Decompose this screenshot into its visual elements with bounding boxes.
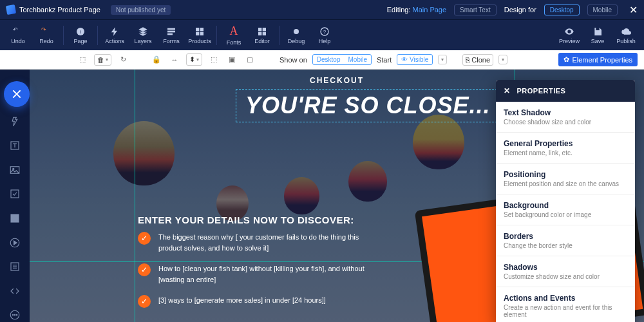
design-desktop-button[interactable]: Desktop — [544, 5, 580, 15]
editing-label: Editing: — [387, 6, 411, 14]
bullet-item[interactable]: ✓The biggest reason why [ your customer … — [138, 232, 370, 253]
panel-section-borders[interactable]: BordersChange the border style — [496, 225, 635, 256]
check-icon: ✓ — [138, 232, 151, 245]
palette-video[interactable] — [7, 236, 23, 250]
workspace: CHECKOUT YOU'RE SO CLOSE... ENTER YOUR D… — [0, 70, 644, 322]
svg-point-24 — [12, 315, 14, 316]
check-icon: ✓ — [138, 263, 151, 276]
svg-rect-4 — [167, 33, 173, 35]
svg-text:i: i — [80, 28, 81, 34]
svg-rect-6 — [200, 28, 204, 31]
palette-add-section[interactable] — [7, 115, 23, 129]
svg-rect-3 — [167, 30, 175, 32]
panel-section-text-shadow[interactable]: Text ShadowChoose shadow size and color — [496, 102, 635, 133]
svg-rect-5 — [196, 28, 199, 31]
clone-button[interactable]: ⎘ Clone — [462, 54, 493, 66]
selection-disabled-icon[interactable]: ⬚ — [76, 53, 89, 66]
svg-rect-9 — [258, 28, 261, 31]
properties-panel: ✕PROPERTIES Text ShadowChoose shadow siz… — [496, 80, 635, 322]
align-dropdown[interactable]: ⬍▾ — [186, 53, 202, 66]
editor-button[interactable]: Editor — [248, 21, 276, 50]
lock-icon[interactable]: 🔒 — [150, 53, 163, 66]
help-button[interactable]: ?Help — [310, 21, 339, 50]
svg-rect-20 — [11, 214, 19, 222]
reset-icon[interactable]: ↻ — [117, 53, 129, 66]
visibility-dropdown[interactable]: ▾ — [438, 55, 447, 64]
svg-point-25 — [14, 315, 15, 316]
panel-section-shadows[interactable]: ShadowsCustomize shadow size and color — [496, 256, 635, 287]
design-mobile-button[interactable]: Mobile — [587, 5, 618, 15]
close-icon[interactable]: ✕ — [629, 4, 638, 16]
element-palette — [0, 70, 30, 322]
show-on-label: Show on — [279, 56, 307, 64]
svg-rect-10 — [263, 28, 266, 31]
editor-canvas[interactable]: CHECKOUT YOU'RE SO CLOSE... ENTER YOUR D… — [30, 70, 644, 322]
editing-page-link[interactable]: Main Page — [413, 6, 447, 14]
main-toolbar: ↶Undo ↷Redo iPage Actions Layers Forms P… — [0, 19, 644, 50]
svg-rect-19 — [11, 190, 19, 198]
svg-rect-8 — [200, 32, 204, 35]
panel-section-positioning[interactable]: PositioningElement position and size on … — [496, 164, 635, 194]
show-on-toggle[interactable]: DesktopMobile — [312, 54, 372, 65]
subhead-text[interactable]: ENTER YOUR DETAILS NOW TO DISCOVER: — [138, 214, 354, 225]
palette-code[interactable] — [7, 284, 23, 298]
save-button[interactable]: Save — [583, 21, 612, 50]
page-title: Torchbankz Product Page — [19, 6, 100, 14]
panel-section-actions-events[interactable]: Actions and EventsCreate a new action an… — [496, 287, 635, 322]
width-icon[interactable]: ↔ — [168, 53, 181, 66]
svg-rect-7 — [196, 32, 199, 35]
palette-box[interactable] — [7, 211, 23, 225]
svg-point-26 — [16, 315, 17, 316]
clone-dropdown[interactable]: ▾ — [498, 55, 507, 64]
top-bar: Torchbankz Product Page Not published ye… — [0, 0, 644, 19]
send-back-icon[interactable]: ▢ — [243, 53, 256, 66]
redo-button[interactable]: ↷Redo — [32, 21, 61, 50]
check-icon: ✓ — [138, 295, 151, 308]
preview-button[interactable]: Preview — [555, 21, 583, 50]
palette-text[interactable] — [7, 139, 23, 153]
close-fab[interactable] — [4, 81, 30, 107]
fonts-button[interactable]: AFonts — [220, 21, 248, 50]
palette-checkbox[interactable] — [7, 187, 23, 202]
debug-button[interactable]: Debug — [282, 21, 310, 50]
products-button[interactable]: Products — [185, 21, 214, 50]
svg-rect-2 — [167, 28, 175, 30]
publish-button[interactable]: Publish — [612, 21, 640, 50]
panel-section-general[interactable]: General PropertiesElement name, link, et… — [496, 133, 635, 164]
element-properties-button[interactable]: ✿ Element Properties — [558, 53, 638, 66]
publish-status-badge: Not published yet — [111, 5, 171, 15]
undo-button[interactable]: ↶Undo — [4, 21, 32, 50]
svg-point-13 — [294, 29, 299, 34]
palette-image[interactable] — [7, 163, 23, 177]
bullet-list: ✓The biggest reason why [ your customer … — [138, 232, 370, 318]
svg-text:?: ? — [323, 28, 327, 34]
layers-button[interactable]: Layers — [129, 21, 157, 50]
second-toolbar: ⬚ 🗑▾ ↻ 🔒 ↔ ⬍▾ ⬚ ▣ ▢ Show on DesktopMobil… — [0, 50, 644, 70]
smart-text-button[interactable]: Smart Text — [454, 5, 497, 15]
design-for-label: Design for — [504, 6, 536, 14]
delete-dropdown[interactable]: 🗑▾ — [94, 54, 111, 66]
palette-list[interactable] — [7, 260, 23, 274]
forms-button[interactable]: Forms — [157, 21, 185, 50]
bring-front-icon[interactable]: ▣ — [225, 53, 238, 66]
start-label: Start — [377, 56, 392, 64]
headline-text-selected[interactable]: YOU'RE SO CLOSE... — [236, 89, 500, 122]
svg-rect-11 — [258, 32, 261, 35]
panel-section-background[interactable]: BackgroundSet background color or image — [496, 194, 635, 225]
page-button[interactable]: iPage — [66, 21, 95, 50]
bullet-item[interactable]: ✓How to [clean your fish tank] without [… — [138, 263, 370, 285]
visibility-toggle[interactable]: 👁 Visible — [397, 54, 433, 65]
panel-close-icon[interactable]: ✕ — [504, 86, 511, 95]
bullet-item[interactable]: ✓[3] ways to [generate more sales] in un… — [138, 295, 370, 308]
group-icon[interactable]: ⬚ — [207, 53, 220, 66]
panel-title: PROPERTIES — [517, 87, 566, 95]
actions-button[interactable]: Actions — [100, 21, 129, 50]
app-logo — [6, 5, 16, 15]
palette-more[interactable] — [7, 308, 23, 323]
svg-rect-12 — [263, 32, 266, 35]
